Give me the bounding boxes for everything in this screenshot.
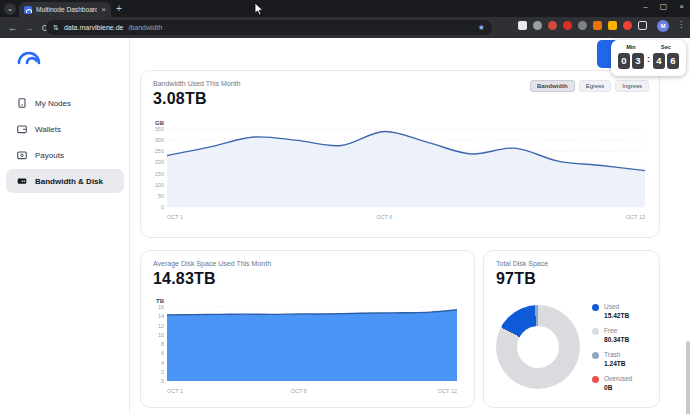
total-disk-card: Total Disk Space 97TB Used 15.42TB Free … [483,250,660,408]
dashboard-page: My Nodes Wallets Payouts [0,38,690,414]
svg-text:16: 16 [158,304,164,310]
forward-icon[interactable]: → [25,23,34,33]
overused-dot-icon [592,376,599,383]
donut-legend: Used 15.42TB Free 80.34TB Trash 1.24TB O… [592,303,632,399]
disk-card: Average Disk Space Used This Month 14.83… [140,250,475,408]
tab-close-icon[interactable]: × [101,5,106,14]
svg-text:OCT 12: OCT 12 [438,388,457,394]
mouse-cursor-icon [254,3,265,16]
svg-text:OCT 6: OCT 6 [291,388,307,394]
sidebar-item-label: Wallets [35,125,61,134]
bookmark-star-icon[interactable]: ★ [478,23,485,32]
total-disk-card-title: Total Disk Space [496,260,548,267]
extension-icon-3[interactable] [548,21,557,30]
trash-dot-icon [592,352,599,359]
window-maximize-button[interactable]: ▢ [660,2,668,11]
tab-title: Multinode Dashboard [36,6,97,13]
sidebar-item-label: Bandwidth & Disk [35,177,103,186]
nodes-icon [17,98,27,108]
svg-text:GB: GB [155,120,165,126]
filter-chip-egress[interactable]: Egress [579,80,612,92]
legend-entry-trash: Trash 1.24TB [592,351,632,367]
page-scrollbar[interactable] [686,341,690,414]
legend-value: 15.42TB [604,312,632,319]
used-dot-icon [592,304,599,311]
sidebar-item-wallets[interactable]: Wallets [6,117,124,141]
browser-tab[interactable]: Multinode Dashboard × [19,2,111,17]
svg-text:4: 4 [161,360,164,366]
extension-icon-2[interactable] [533,21,542,30]
wallet-icon [17,124,27,134]
extension-icon-5[interactable] [578,21,587,30]
timer-sec-label: Sec [653,44,679,50]
timer-min-label: Min [618,44,644,50]
filter-chip-bandwidth[interactable]: Bandwidth [530,80,575,92]
svg-text:OCT 1: OCT 1 [167,214,183,220]
window-controls: – ▢ × [643,2,684,11]
back-icon[interactable]: ← [8,23,17,33]
svg-text:OCT 6: OCT 6 [376,214,392,220]
extensions-row [518,21,647,30]
window-close-button[interactable]: × [679,2,684,11]
sidebar: My Nodes Wallets Payouts [0,38,130,414]
profile-avatar[interactable]: M [657,20,669,32]
tab-search-button[interactable]: ⌄ [4,3,16,15]
extension-icon-1[interactable] [518,21,527,30]
disk-card-value: 14.83TB [153,270,216,288]
svg-text:14: 14 [158,313,164,319]
window-minimize-button[interactable]: – [643,2,647,11]
sidebar-item-bandwidth-disk[interactable]: Bandwidth & Disk [6,169,124,193]
browser-window: ⌄ Multinode Dashboard × + – ▢ × ← → ⟳ ⇅ … [0,0,690,414]
legend-entry-overused: Overused 0B [592,375,632,391]
total-disk-card-value: 97TB [496,270,536,288]
filter-chip-ingress[interactable]: Ingress [615,80,649,92]
svg-text:OCT 1: OCT 1 [167,388,183,394]
svg-text:350: 350 [155,126,164,132]
timer-digit: 3 [632,53,644,69]
sidebar-item-payouts[interactable]: Payouts [6,143,124,167]
site-settings-icon[interactable]: ⇅ [53,24,59,32]
extension-icon-7[interactable] [608,21,617,30]
svg-text:0: 0 [161,378,164,384]
svg-text:0: 0 [161,204,164,210]
timer-colon: : [647,54,650,64]
timer-digit: 0 [618,53,630,69]
url-bar[interactable]: ⇅ data.marvibiene.de /bandwidth ★ [46,20,492,35]
browser-tabstrip: ⌄ Multinode Dashboard × + – ▢ × [0,0,690,17]
bandwidth-card-value: 3.08TB [153,90,207,108]
extension-icon-8[interactable] [623,21,632,30]
legend-value: 1.24TB [604,360,632,367]
legend-entry-free: Free 80.34TB [592,327,632,343]
browser-menu-icon[interactable]: ⋮ [677,20,685,29]
svg-text:300: 300 [155,137,164,143]
legend-label: Free [604,327,632,334]
svg-text:150: 150 [155,171,164,177]
svg-text:250: 250 [155,148,164,154]
free-dot-icon [592,328,599,335]
svg-text:100: 100 [155,182,164,188]
bandwidth-card: Bandwidth Used This Month 3.08TB Bandwid… [140,70,660,238]
url-path: /bandwidth [128,24,472,31]
sidebar-item-my-nodes[interactable]: My Nodes [6,91,124,115]
bandwidth-card-title: Bandwidth Used This Month [153,80,240,87]
extension-icon-4[interactable] [563,21,572,30]
legend-label: Used [604,303,632,310]
svg-text:200: 200 [155,159,164,165]
disk-card-title: Average Disk Space Used This Month [153,260,271,267]
disk-icon [17,176,27,186]
new-tab-button[interactable]: + [116,3,122,14]
legend-value: 80.34TB [604,336,632,343]
svg-text:50: 50 [158,193,164,199]
site-favicon-icon [24,6,32,14]
puzzle-extensions-icon[interactable] [638,21,647,30]
storj-logo-icon [15,46,43,70]
extension-icon-6[interactable] [593,21,602,30]
sidebar-item-label: My Nodes [35,99,71,108]
legend-entry-used: Used 15.42TB [592,303,632,319]
legend-label: Overused [604,375,632,382]
payouts-icon [17,150,27,160]
url-host: data.marvibiene.de [64,24,124,31]
timer-digit: 6 [667,53,679,69]
legend-label: Trash [604,351,632,358]
svg-text:6: 6 [161,350,164,356]
